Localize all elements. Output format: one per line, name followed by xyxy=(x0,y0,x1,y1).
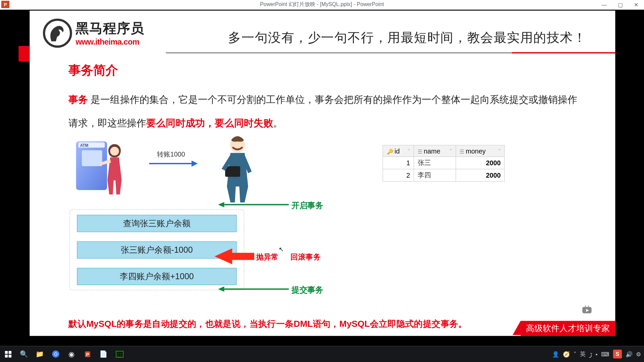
commit-transaction-label: 提交事务 xyxy=(291,285,323,295)
tray-volume-icon[interactable]: 🔊 xyxy=(626,351,633,357)
tray-compass-icon[interactable]: 🧭 xyxy=(563,351,570,357)
atm-and-girl-icon: ATM xyxy=(74,138,127,195)
svg-point-5 xyxy=(110,147,119,156)
slide-header: 黑马程序员 www.itheima.com 多一句没有，少一句不行，用最短时间，… xyxy=(43,18,615,49)
keyword-transaction: 事务 xyxy=(68,94,88,105)
slide-title: 事务简介 xyxy=(68,62,118,79)
taskbar-obs[interactable]: ◉ xyxy=(64,346,79,362)
svg-rect-9 xyxy=(225,166,240,177)
step-3: 李四账户余额+1000 xyxy=(77,268,236,285)
powerpoint-window: P PowerPoint 幻灯片放映 - [MySQL.pptx] - Powe… xyxy=(0,0,644,362)
video-play-icon xyxy=(576,301,597,319)
tray-keyboard-icon[interactable]: ⌨ xyxy=(601,351,609,357)
svg-rect-21 xyxy=(5,355,8,358)
table-row: 1 张三 2000 xyxy=(383,157,504,169)
tray-sogou-icon[interactable]: S xyxy=(613,350,622,358)
slide: 黑马程序员 www.itheima.com 多一句没有，少一句不行，用最短时间，… xyxy=(30,11,615,336)
col-money: ☰money÷ xyxy=(456,145,504,157)
slideshow-stage[interactable]: 黑马程序员 www.itheima.com 多一句没有，少一句不行，用最短时间，… xyxy=(0,10,644,346)
minimize-button[interactable]: — xyxy=(596,0,612,10)
svg-rect-18 xyxy=(588,305,589,307)
logo-url: www.itheima.com xyxy=(75,38,144,47)
tray-input-mode-icon[interactable]: ڑ xyxy=(589,351,592,357)
svg-marker-7 xyxy=(192,161,198,167)
column-icon: ☰ xyxy=(418,148,423,155)
header-underline xyxy=(166,52,615,54)
taskbar-powerpoint[interactable]: P xyxy=(79,346,95,362)
start-button[interactable] xyxy=(0,346,16,362)
account-table: 🔑id÷ ☰name÷ ☰money÷ 1 张三 2000 2 李四 2000 xyxy=(383,145,505,182)
exception-label: 抛异常 xyxy=(256,252,279,262)
cursor-icon: ↖ xyxy=(279,246,284,253)
slide-paragraph: 事务 是一组操作的集合，它是一个不可分割的工作单位，事务会把所有的操作作为一个整… xyxy=(68,88,580,135)
tagline: 多一句没有，少一句不行，用最短时间，教会最实用的技术！ xyxy=(228,29,586,47)
taskbar-file-explorer[interactable]: 📁 xyxy=(32,346,48,362)
red-accent-tab xyxy=(18,46,30,61)
column-icon: ☰ xyxy=(460,148,465,155)
key-icon: 🔑 xyxy=(387,148,393,155)
svg-rect-3 xyxy=(82,150,102,166)
tray-chevron-up-icon[interactable]: ˄ xyxy=(574,351,577,357)
svg-text:ATM: ATM xyxy=(80,143,89,148)
svg-point-25 xyxy=(55,353,57,355)
begin-transaction-arrow xyxy=(218,201,289,207)
step-2: 张三账户余额-1000 xyxy=(77,241,236,258)
commit-transaction-arrow xyxy=(218,286,289,292)
table-header-row: 🔑id÷ ☰name÷ ☰money÷ xyxy=(383,145,504,157)
taskbar-notepad[interactable]: 📄 xyxy=(96,346,111,362)
col-name: ☰name÷ xyxy=(414,145,456,157)
logo-title: 黑马程序员 xyxy=(75,19,144,38)
search-button[interactable]: 🔍 xyxy=(16,346,32,362)
svg-marker-10 xyxy=(218,202,224,207)
svg-rect-22 xyxy=(8,355,11,358)
businessman-icon xyxy=(215,133,260,204)
footer-banner: 高级软件人才培训专家 xyxy=(521,321,615,336)
windows-taskbar[interactable]: 🔍 📁 ◉ P 📄 ⬚ 👤 🧭 ˄ 英 ڑ • ⌨ S 🔊 ⚙ xyxy=(0,346,644,362)
horse-logo-icon xyxy=(43,18,72,48)
powerpoint-icon: P xyxy=(1,1,9,8)
svg-rect-19 xyxy=(5,351,8,354)
taskbar-ide[interactable]: ⬚ xyxy=(111,346,127,362)
tray-ime-indicator[interactable]: 英 xyxy=(580,350,586,358)
exception-arrow xyxy=(215,247,255,265)
svg-marker-13 xyxy=(218,287,224,292)
rollback-label: 回滚事务 xyxy=(290,252,321,262)
transfer-amount-label: 转账1000 xyxy=(157,150,185,159)
titlebar: P PowerPoint 幻灯片放映 - [MySQL.pptx] - Powe… xyxy=(0,0,644,10)
table-row: 2 李四 2000 xyxy=(383,169,504,181)
svg-marker-12 xyxy=(215,248,255,264)
col-id: 🔑id÷ xyxy=(383,145,414,157)
svg-rect-17 xyxy=(585,305,586,307)
step-1: 查询张三账户余额 xyxy=(77,215,236,232)
keyword-atomicity: 要么同时成功，要么同时失败 xyxy=(146,117,273,128)
taskbar-chrome[interactable] xyxy=(48,346,63,362)
tray-people-icon[interactable]: 👤 xyxy=(552,351,559,357)
transfer-arrow: 转账1000 xyxy=(149,160,198,167)
tray-settings-icon[interactable]: ⚙ xyxy=(636,351,641,357)
maximize-button[interactable]: ▢ xyxy=(612,0,628,10)
svg-rect-20 xyxy=(8,351,11,354)
window-title: PowerPoint 幻灯片放映 - [MySQL.pptx] - PowerP… xyxy=(260,1,384,8)
footnote-text: 默认MySQL的事务是自动提交的，也就是说，当执行一条DML语句，MySQL会立… xyxy=(68,318,467,330)
tray-base-icon[interactable]: • xyxy=(596,351,598,357)
system-tray[interactable]: 👤 🧭 ˄ 英 ڑ • ⌨ S 🔊 ⚙ xyxy=(552,350,644,358)
close-button[interactable]: ✕ xyxy=(628,0,644,10)
transfer-illustration: ATM 转账1000 xyxy=(74,138,277,208)
begin-transaction-label: 开启事务 xyxy=(291,200,323,211)
